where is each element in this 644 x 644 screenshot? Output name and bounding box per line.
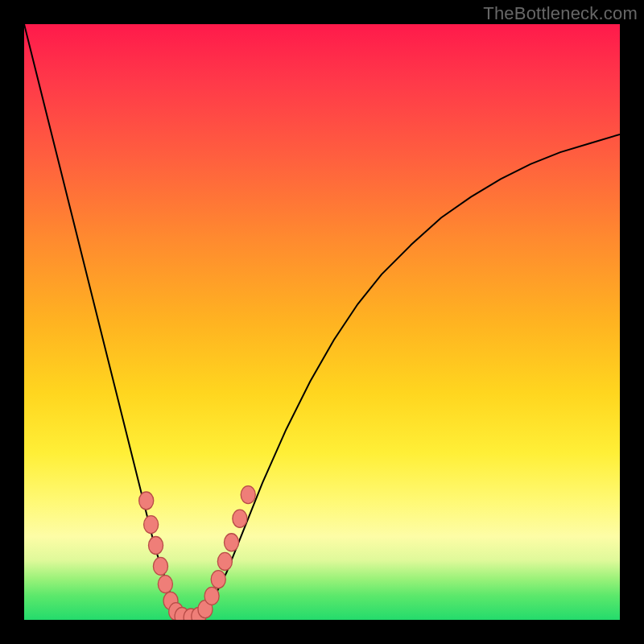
- data-marker: [204, 587, 219, 605]
- data-marker: [149, 536, 163, 554]
- data-marker: [153, 557, 167, 575]
- data-markers: [139, 486, 256, 620]
- v-curve: [24, 24, 620, 617]
- data-marker: [241, 486, 255, 504]
- plot-area: [24, 24, 620, 620]
- data-marker: [217, 552, 232, 570]
- data-marker: [233, 510, 247, 527]
- plot-svg: [24, 24, 620, 620]
- data-marker: [139, 492, 154, 510]
- data-marker: [144, 516, 159, 534]
- data-marker: [158, 576, 172, 593]
- data-marker: [224, 534, 238, 551]
- data-marker: [211, 571, 225, 588]
- watermark-text: TheBottleneck.com: [483, 3, 638, 24]
- chart-frame: TheBottleneck.com: [0, 0, 644, 644]
